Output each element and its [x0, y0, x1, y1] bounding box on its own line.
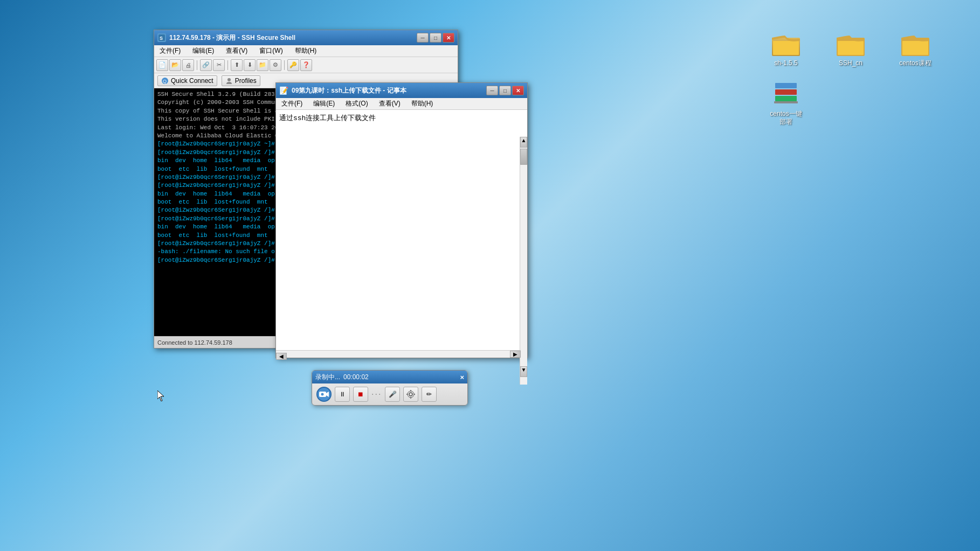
- tb-disconnect-button[interactable]: ✂: [213, 59, 225, 71]
- desktop-icon-centos-label: centos课程: [899, 59, 931, 68]
- notepad-menu-help[interactable]: 帮助(H): [408, 98, 437, 109]
- recording-bar: 录制中... 00:00:02 × ⏸ ⏹ ··· 🎤: [312, 370, 468, 406]
- svg-point-18: [321, 393, 324, 396]
- recording-stop-button[interactable]: ⏹: [353, 387, 368, 402]
- tb-open-button[interactable]: 📂: [169, 59, 181, 71]
- recording-titlebar: 录制中... 00:00:02 ×: [312, 371, 467, 383]
- recording-camera-icon: [316, 387, 332, 402]
- ssh-menubar: 文件(F) 编辑(E) 查看(V) 窗口(W) 帮助(H): [154, 45, 458, 57]
- desktop-icon-sh-label: sh-1.5.5: [774, 59, 797, 68]
- notepad-titlebar[interactable]: 📝 09第九课时：ssh上传下载文件 - 记事本 ─ □ ✕: [276, 83, 527, 98]
- svg-rect-10: [774, 101, 798, 103]
- profiles-button[interactable]: Profiles: [222, 75, 260, 86]
- tb-settings-button[interactable]: ⚙: [270, 59, 281, 71]
- ssh-titlebar[interactable]: S 112.74.59.178 - 演示用 - SSH Secure Shell…: [154, 30, 458, 45]
- tb-print-button[interactable]: 🖨: [182, 59, 194, 71]
- ssh-maximize-button[interactable]: □: [430, 33, 441, 43]
- notepad-menu-file[interactable]: 文件(F): [278, 98, 306, 109]
- svg-marker-17: [326, 392, 329, 397]
- svg-point-20: [408, 391, 414, 397]
- ssh-menu-edit[interactable]: 编辑(E): [189, 45, 217, 57]
- recording-pen-button[interactable]: ✏: [422, 387, 437, 402]
- notepad-content[interactable]: 通过ssh连接工具上传下载文件: [276, 110, 527, 358]
- svg-rect-4: [838, 41, 864, 55]
- ssh-menu-view[interactable]: 查看(V): [223, 45, 251, 57]
- ssh-window-controls: ─ □ ✕: [417, 33, 454, 43]
- desktop-icon-centos[interactable]: centos课程: [894, 32, 937, 68]
- recording-settings-button[interactable]: [403, 387, 418, 402]
- notepad-vscrollbar[interactable]: ▲ ▼: [520, 137, 527, 385]
- notepad-menubar: 文件(F) 编辑(E) 格式(O) 查看(V) 帮助(H): [276, 98, 527, 110]
- ssh-toolbar: 📄 📂 🖨 🔗 ✂ ⬆ ⬇ 📁 ⚙ 🔑 ❓: [154, 57, 458, 73]
- notepad-window-title: 09第九课时：ssh上传下载文件 - 记事本: [292, 86, 406, 95]
- notepad-hscrollbar[interactable]: ◀ ▶: [276, 350, 521, 358]
- tb-connect-button[interactable]: 🔗: [200, 59, 212, 71]
- ssh-window-title: 112.74.59.178 - 演示用 - SSH Secure Shell: [169, 33, 295, 43]
- desktop-icon-ssh-cn-label: SSH_cn: [839, 59, 862, 68]
- desktop-icon-centos-jian[interactable]: centos一键 部署: [764, 79, 808, 127]
- tb-new-button[interactable]: 📄: [156, 59, 168, 71]
- ssh-status-text: Connected to 112.74.59.178: [157, 339, 232, 346]
- notepad-menu-format[interactable]: 格式(O): [342, 98, 371, 109]
- svg-rect-7: [775, 83, 797, 88]
- recording-mic-button[interactable]: 🎤: [385, 387, 400, 402]
- ssh-window-icon: S: [157, 33, 166, 42]
- desktop-icons: sh-1.5.5 SSH_cn centos课程: [764, 32, 937, 127]
- recording-pause-button[interactable]: ⏸: [335, 387, 350, 402]
- notepad-menu-view[interactable]: 查看(V): [376, 98, 404, 109]
- desktop-icon-ssh-cn[interactable]: SSH_cn: [829, 32, 872, 68]
- tb-upload-button[interactable]: ⬆: [231, 59, 243, 71]
- svg-rect-6: [902, 41, 928, 55]
- svg-text:S: S: [160, 36, 163, 41]
- notepad-window-icon: 📝: [279, 86, 288, 95]
- recording-more-icon: ···: [371, 389, 382, 399]
- svg-rect-9: [775, 96, 797, 101]
- notepad-window-controls: ─ □ ✕: [486, 86, 524, 95]
- tb-key-button[interactable]: 🔑: [287, 59, 299, 71]
- svg-rect-2: [773, 41, 799, 55]
- svg-text:Q: Q: [163, 79, 167, 84]
- tb-help-button[interactable]: ❓: [300, 59, 312, 71]
- ssh-menu-file[interactable]: 文件(F): [156, 45, 184, 57]
- recording-close-button[interactable]: ×: [460, 373, 464, 381]
- notepad-maximize-button[interactable]: □: [499, 86, 511, 95]
- tb-sep1: [197, 60, 197, 70]
- desktop-icon-sh[interactable]: sh-1.5.5: [764, 32, 808, 68]
- quick-connect-button[interactable]: Q Quick Connect: [157, 75, 217, 86]
- notepad-minimize-button[interactable]: ─: [486, 86, 498, 95]
- ssh-minimize-button[interactable]: ─: [417, 33, 429, 43]
- notepad-menu-edit[interactable]: 编辑(E): [310, 98, 338, 109]
- notepad-close-button[interactable]: ✕: [512, 86, 524, 95]
- mouse-cursor: [157, 390, 164, 401]
- tb-download-button[interactable]: ⬇: [244, 59, 256, 71]
- svg-point-15: [227, 78, 231, 81]
- desktop-icon-centos-jian-label: centos一键 部署: [770, 110, 802, 127]
- notepad-text: 通过ssh连接工具上传下载文件: [279, 114, 376, 122]
- notepad-window: 📝 09第九课时：ssh上传下载文件 - 记事本 ─ □ ✕ 文件(F) 编辑(…: [275, 82, 528, 358]
- recording-controls: ⏸ ⏹ ··· 🎤 ✏: [312, 383, 467, 405]
- ssh-menu-help[interactable]: 帮助(H): [292, 45, 320, 57]
- svg-rect-8: [775, 89, 797, 95]
- svg-point-19: [409, 393, 412, 396]
- tb-sep3: [284, 60, 285, 70]
- recording-timer: 00:00:02: [343, 373, 369, 381]
- recording-title: 录制中...: [315, 373, 340, 382]
- tb-sftp-button[interactable]: 📁: [257, 59, 268, 71]
- ssh-close-button[interactable]: ✕: [443, 33, 454, 43]
- tb-sep2: [227, 60, 228, 70]
- ssh-menu-window[interactable]: 窗口(W): [256, 45, 286, 57]
